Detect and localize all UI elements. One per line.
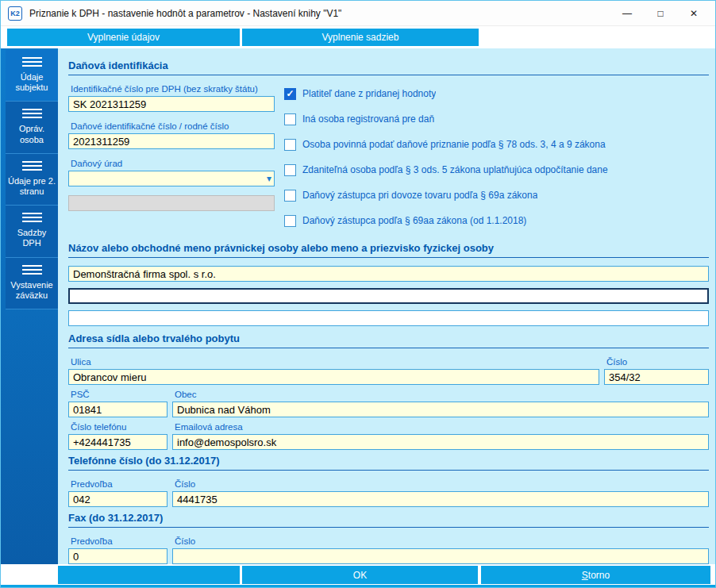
storno-button[interactable]: Storno (481, 566, 710, 584)
street-label: Ulica (71, 356, 599, 367)
tab-vyplnenie-sadzieb[interactable]: Vyplnenie sadzieb (242, 29, 479, 46)
menu-icon (22, 57, 42, 59)
storno-accel: S (582, 570, 588, 581)
checkbox-box[interactable]: ✓ (284, 215, 296, 227)
phone2017-prefix-input[interactable] (68, 491, 167, 507)
footer-strip (58, 566, 240, 584)
storno-rest: torno (588, 570, 610, 581)
fax-number-label: Číslo (175, 536, 709, 547)
email-input[interactable] (172, 434, 709, 450)
sidebar-item-label: Sadzby DPH (8, 228, 56, 248)
phone2017-number-input[interactable] (172, 491, 709, 507)
window-controls: — □ ✕ (610, 2, 710, 25)
footer: OK Storno (1, 564, 715, 587)
street-input[interactable] (68, 369, 599, 385)
tax-id-input[interactable] (68, 133, 275, 149)
tabbar: Vyplnenie údajov Vyplnenie sadzieb (1, 26, 715, 48)
sidebar-item-label: Údaje pre 2. stranu (8, 176, 56, 197)
sidebar-item-label: Údaje subjektu (8, 72, 56, 93)
sidebar-item-label: Vystavenie záväzku (8, 280, 56, 301)
street-number-input[interactable] (604, 369, 709, 385)
section-title-phone-2017: Telefónne číslo (do 31.12.2017) (68, 455, 709, 471)
window-title: Priznanie k DPH - nastavenie hodnôt a pa… (29, 8, 610, 19)
section-title-fax-2017: Fax (do 31.12.2017) (68, 512, 709, 528)
checkbox-box[interactable]: ✓ (284, 113, 296, 125)
phone-label: Číslo telefónu (71, 421, 167, 432)
city-label: Obec (175, 389, 709, 400)
sidebar-item-vystavenie-zavazku[interactable]: Vystavenie záväzku (6, 258, 58, 309)
sidebar-item-label: Opráv. osoba (8, 124, 56, 144)
minimize-button[interactable]: — (610, 2, 644, 25)
content-panel: Daňová identifikácia Identifikačné číslo… (58, 48, 715, 564)
main-area: Údaje subjektu Opráv. osoba Údaje pre 2.… (1, 48, 715, 564)
checkbox-box[interactable]: ✓ (284, 164, 296, 176)
section-phone-2017: Telefónne číslo (do 31.12.2017) Predvoľb… (68, 455, 709, 507)
checkbox-zdanitelna-osoba[interactable]: ✓ Zdaniteľná osoba podľa § 3 ods. 5 záko… (284, 161, 709, 179)
minimize-icon: — (622, 8, 632, 19)
zip-input[interactable] (68, 402, 167, 417)
section-address: Adresa sídla alebo trvalého pobytu Ulica… (68, 332, 709, 450)
checkbox-platitel-dph[interactable]: ✓ Platiteľ dane z pridanej hodnoty (284, 85, 709, 102)
sidebar: Údaje subjektu Opráv. osoba Údaje pre 2.… (1, 48, 58, 564)
vat-id-input[interactable] (68, 96, 275, 112)
section-tax-identification: Daňová identifikácia Identifikačné číslo… (68, 60, 709, 237)
maximize-button[interactable]: □ (644, 2, 677, 25)
zip-label: PSČ (71, 389, 167, 400)
tax-office-name-input (68, 195, 275, 211)
menu-icon (22, 265, 42, 267)
checkbox-box[interactable]: ✓ (284, 139, 296, 151)
checkbox-box[interactable]: ✓ (284, 88, 296, 100)
check-icon: ✓ (286, 89, 294, 98)
tax-office-select[interactable] (68, 171, 275, 186)
maximize-icon: □ (657, 8, 663, 19)
phone2017-prefix-label: Predvoľba (71, 478, 167, 490)
titlebar: K2 Priznanie k DPH - nastavenie hodnôt a… (1, 1, 715, 26)
checkbox-label: Daňový zástupca pri dovoze tovaru podľa … (302, 190, 537, 201)
section-title-company-name: Názov alebo obchodné meno právnickej oso… (68, 242, 709, 258)
menu-icon (22, 109, 42, 110)
phone-input[interactable] (68, 434, 167, 450)
checkbox-zastupca-69aa[interactable]: ✓ Daňový zástupca podľa § 69aa zákona (o… (284, 212, 709, 229)
street-number-label: Číslo (606, 356, 709, 367)
checkbox-label: Osoba povinná podať daňové priznanie pod… (302, 139, 606, 150)
ok-button[interactable]: OK (242, 566, 478, 584)
app-icon[interactable]: K2 (8, 6, 22, 21)
city-input[interactable] (172, 402, 709, 417)
company-name-input-2[interactable] (68, 288, 709, 304)
checkbox-box[interactable]: ✓ (284, 190, 296, 202)
checkbox-ina-osoba[interactable]: ✓ Iná osoba registrovaná pre daň (284, 110, 709, 128)
sidebar-item-sadzby-dph[interactable]: Sadzby DPH (6, 206, 58, 257)
checkbox-label: Daňový zástupca podľa § 69aa zákona (od … (302, 215, 526, 226)
company-name-input-3[interactable] (68, 310, 709, 326)
vat-id-label: Identifikačné číslo pre DPH (bez skratky… (71, 83, 275, 94)
sidebar-item-udaje-pre-2-stranu[interactable]: Údaje pre 2. stranu (6, 154, 58, 206)
section-company-name: Názov alebo obchodné meno právnickej oso… (68, 242, 709, 326)
email-label: Emailová adresa (175, 421, 709, 432)
checkbox-osoba-povinna[interactable]: ✓ Osoba povinná podať daňové priznanie p… (284, 136, 709, 153)
sidebar-item-udaje-subjektu[interactable]: Údaje subjektu (6, 50, 58, 102)
checkbox-label: Iná osoba registrovaná pre daň (302, 113, 434, 125)
fax-prefix-label: Predvoľba (71, 536, 167, 547)
section-fax-2017: Fax (do 31.12.2017) Predvoľba Číslo (68, 512, 709, 564)
fax-number-input[interactable] (172, 548, 709, 564)
checkbox-label: Zdaniteľná osoba podľa § 3 ods. 5 zákona… (302, 164, 608, 175)
tax-id-label: Daňové identifikačné číslo / rodné číslo (71, 121, 275, 132)
close-icon: ✕ (690, 8, 698, 19)
fax-prefix-input[interactable] (68, 548, 167, 564)
dialog-window: K2 Priznanie k DPH - nastavenie hodnôt a… (0, 0, 716, 588)
sidebar-item-opravnena-osoba[interactable]: Opráv. osoba (6, 102, 58, 153)
tab-vyplnenie-udajov[interactable]: Vyplnenie údajov (7, 29, 240, 46)
company-name-input-1[interactable] (68, 266, 709, 282)
menu-icon (22, 213, 42, 214)
tax-office-label: Daňový úrad (71, 158, 275, 169)
section-title-address: Adresa sídla alebo trvalého pobytu (68, 332, 709, 348)
phone2017-number-label: Číslo (175, 478, 709, 490)
menu-icon (22, 161, 42, 163)
checkbox-label: Platiteľ dane z pridanej hodnoty (302, 88, 436, 99)
section-title-tax-identification: Daňová identifikácia (68, 60, 709, 75)
close-button[interactable]: ✕ (677, 2, 710, 25)
checkbox-zastupca-dovoz[interactable]: ✓ Daňový zástupca pri dovoze tovaru podľ… (284, 186, 709, 204)
